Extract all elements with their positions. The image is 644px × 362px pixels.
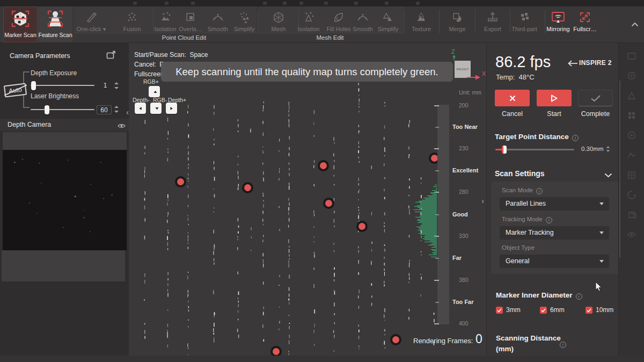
view-tool-icon[interactable] [626,150,637,161]
scan-marker [270,346,282,356]
toolbar-item-texture[interactable]: Texture [406,9,437,37]
hint-cancel: Cancel: E [134,61,164,68]
target-point-distance-info-icon[interactable]: i [572,135,579,141]
toolbar-item-export[interactable]: Export [477,9,508,37]
laser-brightness-stepper[interactable] [114,105,119,113]
hint-fullscreen: Fullscreen [134,70,164,78]
object-type-label: Object Type [502,244,535,251]
toolbar-item-oneclick[interactable]: One-click ▾ [76,9,107,37]
toolbar-item-overlap[interactable]: Overla… [175,9,206,37]
panel-scrollbar[interactable] [619,81,620,258]
auto-bracket-bottom [23,107,30,108]
toolbar-item-isolation2[interactable]: Isolation [293,9,324,37]
start-button[interactable] [537,90,572,106]
toolbar-item-simplify[interactable]: Simplify [229,9,260,37]
revo-scan-app: Marker Scan Feature Scan Point Cloud Edi… [0,0,644,362]
scanning-distance-info-icon[interactable]: i [557,338,566,348]
view-tool-icon[interactable] [626,170,637,180]
eye-icon[interactable] [118,121,126,131]
view-tool-icon[interactable] [626,209,637,220]
scan-marker [242,182,253,193]
arrow-right-key[interactable] [166,103,177,114]
depth-exposure-value[interactable]: 1 [98,82,112,89]
start-button-label: Start [537,110,572,118]
toolbar-item-label: Simplify [372,26,404,32]
depth-camera-letterbox-top [3,132,127,150]
depth-exposure-slider[interactable] [31,85,94,86]
arrow-up-key[interactable] [149,86,160,97]
toolbar-item-fullscreen[interactable]: Fullscr… [569,9,601,37]
scan-viewport[interactable]: Start/Pause Scan: Space Cancel: E Fullsc… [129,43,486,356]
undock-panel-icon[interactable] [106,50,116,62]
quality-scale-tick [435,127,439,128]
quality-scale-tick-value: 280 [452,189,469,195]
object-type-dropdown[interactable]: General [500,255,609,268]
window-top-glyph [133,2,137,5]
quality-scale-tick [434,148,439,149]
scan-mode-dropdown[interactable]: Parallel Lines [500,197,609,211]
target-point-distance-slider-handle[interactable] [502,146,507,154]
quality-scale-zone-label: Excellent [452,167,478,173]
checkbox-6mm[interactable] [540,307,547,314]
laser-brightness-value[interactable]: 60 [97,105,112,114]
checkbox-label-10mm: 10mm [596,306,613,314]
checkbox-3mm[interactable] [496,307,503,314]
complete-button[interactable] [578,90,613,106]
toolbar-item-mesh[interactable]: Mesh [263,9,294,37]
export-icon [477,10,508,25]
toolbar-item-thirdpart[interactable]: Third-part [509,9,540,37]
feature-scan-label: Feature Scan [38,32,72,38]
view-tool-icon[interactable] [626,70,637,81]
auto-bracket-top [23,71,30,73]
left-panel-collapse-chevron[interactable]: ‹ [126,107,129,117]
marker-inner-diameter-info-icon[interactable]: i [576,293,582,300]
texture-icon [406,10,437,25]
laser-brightness-slider[interactable] [31,109,94,110]
toolbar-item-label: Export [477,26,508,32]
scan-mode-label: Scan Modei [502,187,543,194]
device-name[interactable]: INSPIRE 2 [579,59,612,67]
merge-icon [442,10,473,25]
target-point-distance-stepper[interactable] [606,146,610,153]
toolbar-item-merge[interactable]: Merge [442,9,473,37]
checkbox-10mm[interactable] [586,307,592,314]
view-tool-icon[interactable] [626,130,637,141]
view-tool-icon[interactable] [626,190,637,200]
target-point-distance-value[interactable]: 0.30mm [581,146,604,152]
checkbox-label-3mm: 3mm [506,306,521,314]
view-tool-icon[interactable] [626,90,637,101]
arrow-left-key[interactable] [135,103,146,114]
fusion-icon [116,10,148,25]
depth-exposure-slider-handle[interactable] [31,81,36,90]
target-point-distance-label: Target Point Distancei [495,133,579,141]
view-tool-icon[interactable] [626,229,637,240]
scan-settings-collapse-chevron[interactable] [604,170,612,180]
arrow-down-key[interactable] [150,103,162,114]
marker-scan-button[interactable]: Marker Scan [3,6,38,42]
view-tool-icon[interactable] [626,50,637,61]
quality-scale-tick-value: 230 [452,145,469,151]
cancel-button-label: Cancel [495,110,530,118]
right-panel-collapse-chevron[interactable]: › [481,196,484,205]
window-top-glyph [283,2,287,5]
toolbar-item-label: One-click ▾ [76,26,107,33]
view-tool-icon[interactable] [626,110,637,121]
toolbar-item-simplify2[interactable]: Simplify [372,9,404,37]
toolbar-item-fusion[interactable]: Fusion [116,9,148,37]
feature-scan-button[interactable]: Feature Scan [38,6,72,42]
tracking-mode-dropdown[interactable]: Marker Tracking [500,226,609,240]
depth-exposure-stepper[interactable] [114,82,119,90]
fps-readout: 86.2 fps [495,53,551,71]
cancel-button[interactable] [495,90,530,106]
depth-camera-letterbox-bottom [2,250,125,281]
ribbon-toolbar: Marker Scan Feature Scan Point Cloud Edi… [0,6,644,43]
window-top-glyph [385,2,389,5]
toolbar-collapse-chevron[interactable] [631,20,639,28]
laser-brightness-slider-handle[interactable] [45,105,49,114]
target-point-distance-slider[interactable] [495,149,574,150]
quality-scale-unit: Unit: mm [459,89,481,96]
rendering-frames-value: 0 [475,332,482,346]
toolbar-item-label: Third-part [509,26,540,32]
cancel-x-icon [509,95,516,102]
back-arrow-icon[interactable] [567,60,578,67]
